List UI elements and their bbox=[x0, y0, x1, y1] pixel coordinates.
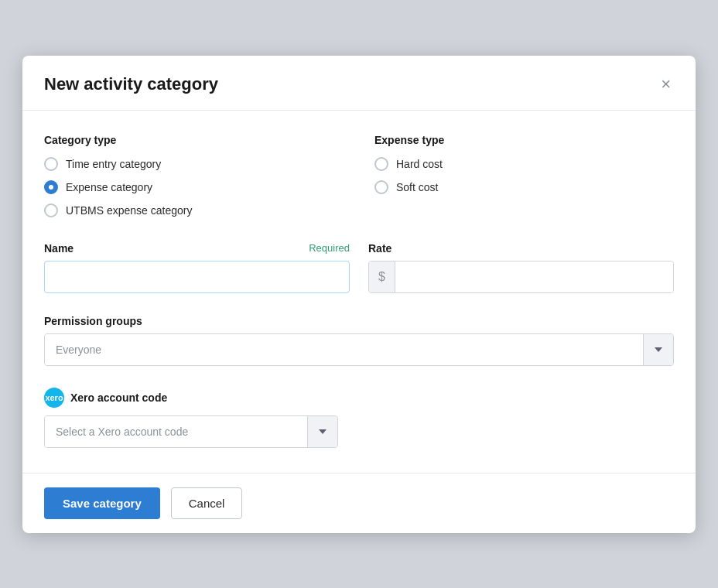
xero-label: Xero account code bbox=[70, 391, 167, 404]
radio-label-utbms: UTBMS expense category bbox=[66, 204, 192, 217]
modal-overlay: New activity category × Category type Ti… bbox=[0, 0, 718, 588]
type-selection-row: Category type Time entry category Expens… bbox=[44, 134, 674, 217]
category-type-radio-group: Time entry category Expense category UTB… bbox=[44, 157, 344, 217]
name-label-row: Name Required bbox=[44, 242, 350, 255]
rate-label-row: Rate bbox=[368, 242, 674, 255]
modal-footer: Save category Cancel bbox=[22, 473, 696, 533]
cancel-button[interactable]: Cancel bbox=[171, 487, 243, 519]
close-button[interactable]: × bbox=[658, 73, 674, 96]
radio-option-hard-cost[interactable]: Hard cost bbox=[374, 157, 674, 171]
radio-label-hard-cost: Hard cost bbox=[396, 158, 443, 170]
xero-section: xero Xero account code Select a Xero acc… bbox=[44, 388, 674, 448]
permission-groups-label: Permission groups bbox=[44, 315, 674, 327]
rate-input[interactable] bbox=[395, 262, 673, 292]
radio-option-utbms[interactable]: UTBMS expense category bbox=[44, 203, 344, 217]
xero-label-row: xero Xero account code bbox=[44, 388, 674, 408]
radio-label-soft-cost: Soft cost bbox=[396, 181, 438, 193]
required-badge: Required bbox=[309, 242, 350, 254]
permission-groups-display[interactable]: Everyone bbox=[45, 334, 643, 365]
radio-option-soft-cost[interactable]: Soft cost bbox=[374, 180, 674, 194]
radio-option-time-entry[interactable]: Time entry category bbox=[44, 157, 344, 171]
radio-utbms[interactable] bbox=[44, 203, 58, 217]
name-field-group: Name Required bbox=[44, 242, 350, 293]
modal-title: New activity category bbox=[44, 74, 218, 94]
rate-field-group: Rate $ bbox=[368, 242, 674, 293]
name-input[interactable] bbox=[44, 261, 350, 293]
modal-dialog: New activity category × Category type Ti… bbox=[22, 56, 696, 533]
permission-groups-dropdown-button[interactable] bbox=[643, 334, 673, 365]
xero-logo: xero bbox=[44, 388, 64, 408]
radio-label-expense: Expense category bbox=[66, 181, 152, 193]
radio-hard-cost[interactable] bbox=[374, 157, 388, 171]
save-category-button[interactable]: Save category bbox=[44, 487, 160, 519]
xero-dropdown-button[interactable] bbox=[307, 416, 337, 447]
category-type-label: Category type bbox=[44, 134, 344, 146]
permission-groups-section: Permission groups Everyone bbox=[44, 315, 674, 366]
expense-type-section: Expense type Hard cost Soft cost bbox=[344, 134, 674, 217]
rate-prefix: $ bbox=[369, 262, 395, 292]
xero-select-wrapper[interactable]: Select a Xero account code bbox=[44, 415, 338, 448]
rate-label: Rate bbox=[368, 242, 391, 255]
name-rate-row: Name Required Rate $ bbox=[44, 242, 674, 293]
radio-option-expense[interactable]: Expense category bbox=[44, 180, 344, 194]
xero-chevron-down-icon bbox=[319, 429, 327, 434]
radio-label-time-entry: Time entry category bbox=[66, 158, 161, 170]
permission-groups-select-wrapper[interactable]: Everyone bbox=[44, 333, 674, 366]
xero-logo-text: xero bbox=[45, 393, 63, 402]
rate-input-wrapper: $ bbox=[368, 261, 674, 293]
expense-type-label: Expense type bbox=[374, 134, 674, 146]
radio-soft-cost[interactable] bbox=[374, 180, 388, 194]
name-label: Name bbox=[44, 242, 74, 255]
chevron-down-icon bbox=[655, 347, 662, 352]
xero-select-display[interactable]: Select a Xero account code bbox=[45, 416, 307, 447]
expense-type-radio-group: Hard cost Soft cost bbox=[374, 157, 674, 194]
category-type-section: Category type Time entry category Expens… bbox=[44, 134, 344, 217]
radio-time-entry[interactable] bbox=[44, 157, 58, 171]
radio-expense[interactable] bbox=[44, 180, 58, 194]
modal-header: New activity category × bbox=[22, 56, 696, 111]
modal-body: Category type Time entry category Expens… bbox=[22, 111, 696, 473]
